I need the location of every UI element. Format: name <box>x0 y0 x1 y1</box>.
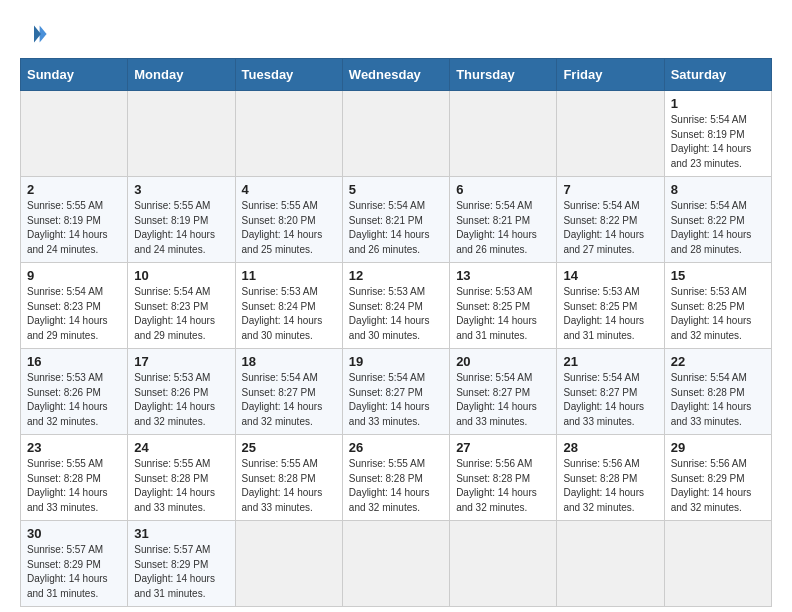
calendar-cell: 21Sunrise: 5:54 AMSunset: 8:27 PMDayligh… <box>557 349 664 435</box>
calendar-cell <box>235 91 342 177</box>
day-number: 19 <box>349 354 443 369</box>
week-row-1: 1Sunrise: 5:54 AMSunset: 8:19 PMDaylight… <box>21 91 772 177</box>
logo-icon <box>20 20 48 48</box>
calendar-cell: 18Sunrise: 5:54 AMSunset: 8:27 PMDayligh… <box>235 349 342 435</box>
calendar-cell: 20Sunrise: 5:54 AMSunset: 8:27 PMDayligh… <box>450 349 557 435</box>
calendar-cell: 11Sunrise: 5:53 AMSunset: 8:24 PMDayligh… <box>235 263 342 349</box>
calendar-cell: 19Sunrise: 5:54 AMSunset: 8:27 PMDayligh… <box>342 349 449 435</box>
logo <box>20 20 52 48</box>
header-thursday: Thursday <box>450 59 557 91</box>
day-info: Sunrise: 5:54 AMSunset: 8:22 PMDaylight:… <box>563 199 657 257</box>
day-number: 9 <box>27 268 121 283</box>
day-info: Sunrise: 5:54 AMSunset: 8:23 PMDaylight:… <box>27 285 121 343</box>
calendar-cell: 3Sunrise: 5:55 AMSunset: 8:19 PMDaylight… <box>128 177 235 263</box>
day-number: 23 <box>27 440 121 455</box>
calendar-cell: 7Sunrise: 5:54 AMSunset: 8:22 PMDaylight… <box>557 177 664 263</box>
calendar-cell: 31Sunrise: 5:57 AMSunset: 8:29 PMDayligh… <box>128 521 235 607</box>
calendar-cell <box>450 91 557 177</box>
header-monday: Monday <box>128 59 235 91</box>
day-number: 7 <box>563 182 657 197</box>
calendar-cell: 13Sunrise: 5:53 AMSunset: 8:25 PMDayligh… <box>450 263 557 349</box>
day-info: Sunrise: 5:55 AMSunset: 8:19 PMDaylight:… <box>27 199 121 257</box>
calendar-cell: 26Sunrise: 5:55 AMSunset: 8:28 PMDayligh… <box>342 435 449 521</box>
calendar-cell: 1Sunrise: 5:54 AMSunset: 8:19 PMDaylight… <box>664 91 771 177</box>
calendar-cell: 12Sunrise: 5:53 AMSunset: 8:24 PMDayligh… <box>342 263 449 349</box>
header-sunday: Sunday <box>21 59 128 91</box>
calendar-cell <box>235 521 342 607</box>
day-info: Sunrise: 5:53 AMSunset: 8:24 PMDaylight:… <box>349 285 443 343</box>
calendar-cell <box>557 521 664 607</box>
day-info: Sunrise: 5:53 AMSunset: 8:25 PMDaylight:… <box>456 285 550 343</box>
calendar-cell: 23Sunrise: 5:55 AMSunset: 8:28 PMDayligh… <box>21 435 128 521</box>
calendar-cell: 9Sunrise: 5:54 AMSunset: 8:23 PMDaylight… <box>21 263 128 349</box>
header-tuesday: Tuesday <box>235 59 342 91</box>
day-info: Sunrise: 5:57 AMSunset: 8:29 PMDaylight:… <box>27 543 121 601</box>
calendar-cell: 2Sunrise: 5:55 AMSunset: 8:19 PMDaylight… <box>21 177 128 263</box>
calendar-cell: 8Sunrise: 5:54 AMSunset: 8:22 PMDaylight… <box>664 177 771 263</box>
calendar-cell: 28Sunrise: 5:56 AMSunset: 8:28 PMDayligh… <box>557 435 664 521</box>
calendar: SundayMondayTuesdayWednesdayThursdayFrid… <box>20 58 772 607</box>
day-number: 24 <box>134 440 228 455</box>
day-number: 10 <box>134 268 228 283</box>
day-number: 4 <box>242 182 336 197</box>
calendar-cell: 4Sunrise: 5:55 AMSunset: 8:20 PMDaylight… <box>235 177 342 263</box>
calendar-cell <box>342 521 449 607</box>
day-info: Sunrise: 5:53 AMSunset: 8:24 PMDaylight:… <box>242 285 336 343</box>
calendar-cell: 24Sunrise: 5:55 AMSunset: 8:28 PMDayligh… <box>128 435 235 521</box>
week-row-2: 2Sunrise: 5:55 AMSunset: 8:19 PMDaylight… <box>21 177 772 263</box>
day-info: Sunrise: 5:55 AMSunset: 8:28 PMDaylight:… <box>27 457 121 515</box>
day-info: Sunrise: 5:54 AMSunset: 8:27 PMDaylight:… <box>563 371 657 429</box>
day-number: 31 <box>134 526 228 541</box>
week-row-3: 9Sunrise: 5:54 AMSunset: 8:23 PMDaylight… <box>21 263 772 349</box>
day-number: 29 <box>671 440 765 455</box>
day-number: 28 <box>563 440 657 455</box>
day-info: Sunrise: 5:54 AMSunset: 8:19 PMDaylight:… <box>671 113 765 171</box>
day-number: 6 <box>456 182 550 197</box>
header-saturday: Saturday <box>664 59 771 91</box>
day-info: Sunrise: 5:53 AMSunset: 8:25 PMDaylight:… <box>563 285 657 343</box>
day-number: 21 <box>563 354 657 369</box>
day-info: Sunrise: 5:56 AMSunset: 8:28 PMDaylight:… <box>456 457 550 515</box>
day-number: 20 <box>456 354 550 369</box>
day-number: 5 <box>349 182 443 197</box>
day-info: Sunrise: 5:54 AMSunset: 8:21 PMDaylight:… <box>456 199 550 257</box>
day-info: Sunrise: 5:54 AMSunset: 8:27 PMDaylight:… <box>456 371 550 429</box>
calendar-cell: 17Sunrise: 5:53 AMSunset: 8:26 PMDayligh… <box>128 349 235 435</box>
day-info: Sunrise: 5:54 AMSunset: 8:27 PMDaylight:… <box>242 371 336 429</box>
day-info: Sunrise: 5:54 AMSunset: 8:22 PMDaylight:… <box>671 199 765 257</box>
calendar-cell <box>664 521 771 607</box>
day-info: Sunrise: 5:53 AMSunset: 8:25 PMDaylight:… <box>671 285 765 343</box>
day-number: 17 <box>134 354 228 369</box>
calendar-cell: 6Sunrise: 5:54 AMSunset: 8:21 PMDaylight… <box>450 177 557 263</box>
calendar-header-row: SundayMondayTuesdayWednesdayThursdayFrid… <box>21 59 772 91</box>
day-number: 3 <box>134 182 228 197</box>
day-info: Sunrise: 5:56 AMSunset: 8:28 PMDaylight:… <box>563 457 657 515</box>
day-info: Sunrise: 5:55 AMSunset: 8:28 PMDaylight:… <box>349 457 443 515</box>
day-number: 8 <box>671 182 765 197</box>
day-number: 11 <box>242 268 336 283</box>
calendar-cell <box>557 91 664 177</box>
day-info: Sunrise: 5:54 AMSunset: 8:28 PMDaylight:… <box>671 371 765 429</box>
calendar-cell <box>128 91 235 177</box>
calendar-cell: 15Sunrise: 5:53 AMSunset: 8:25 PMDayligh… <box>664 263 771 349</box>
day-info: Sunrise: 5:56 AMSunset: 8:29 PMDaylight:… <box>671 457 765 515</box>
calendar-cell: 14Sunrise: 5:53 AMSunset: 8:25 PMDayligh… <box>557 263 664 349</box>
header-friday: Friday <box>557 59 664 91</box>
day-info: Sunrise: 5:54 AMSunset: 8:23 PMDaylight:… <box>134 285 228 343</box>
day-number: 27 <box>456 440 550 455</box>
calendar-cell <box>21 91 128 177</box>
day-number: 12 <box>349 268 443 283</box>
day-info: Sunrise: 5:53 AMSunset: 8:26 PMDaylight:… <box>134 371 228 429</box>
day-info: Sunrise: 5:55 AMSunset: 8:20 PMDaylight:… <box>242 199 336 257</box>
day-info: Sunrise: 5:55 AMSunset: 8:28 PMDaylight:… <box>134 457 228 515</box>
calendar-cell: 29Sunrise: 5:56 AMSunset: 8:29 PMDayligh… <box>664 435 771 521</box>
header-wednesday: Wednesday <box>342 59 449 91</box>
calendar-cell: 25Sunrise: 5:55 AMSunset: 8:28 PMDayligh… <box>235 435 342 521</box>
calendar-cell: 27Sunrise: 5:56 AMSunset: 8:28 PMDayligh… <box>450 435 557 521</box>
calendar-cell <box>450 521 557 607</box>
day-number: 14 <box>563 268 657 283</box>
header <box>20 20 772 48</box>
calendar-cell: 30Sunrise: 5:57 AMSunset: 8:29 PMDayligh… <box>21 521 128 607</box>
day-info: Sunrise: 5:53 AMSunset: 8:26 PMDaylight:… <box>27 371 121 429</box>
week-row-4: 16Sunrise: 5:53 AMSunset: 8:26 PMDayligh… <box>21 349 772 435</box>
